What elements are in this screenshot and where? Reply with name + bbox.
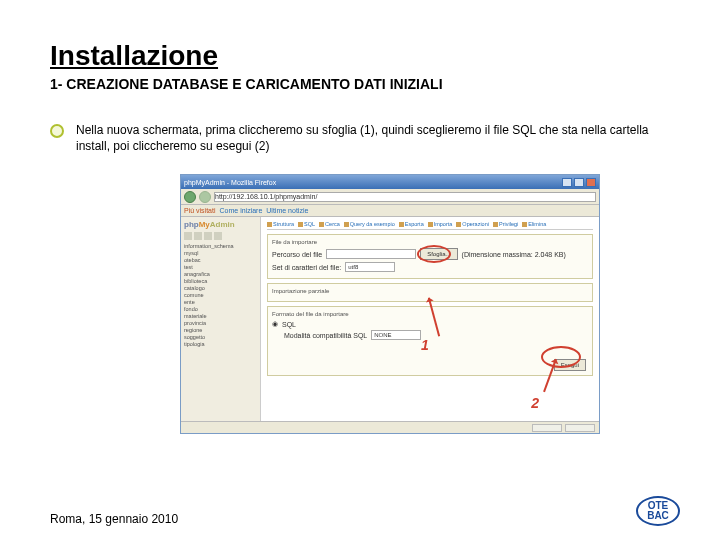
list-item[interactable]: anagrafica (184, 271, 257, 277)
tab-operazioni[interactable]: Operazioni (456, 221, 489, 227)
bookmark-item[interactable]: Ultime notizie (266, 207, 308, 214)
close-icon[interactable] (586, 178, 596, 187)
tab-query[interactable]: Query da esempio (344, 221, 395, 227)
import-fieldset: File da importare Percorso del file Sfog… (267, 234, 593, 279)
minimize-icon[interactable] (562, 178, 572, 187)
sql-opts-label: Modalità compatibilità SQL (284, 332, 367, 339)
window-title-text: phpMyAdmin - Mozilla Firefox (184, 179, 276, 186)
help-icon[interactable] (204, 232, 212, 240)
list-item[interactable]: materiale (184, 313, 257, 319)
list-item[interactable]: ente (184, 299, 257, 305)
tab-elimina[interactable]: Elimina (522, 221, 546, 227)
database-list: information_schema mysql otebac test ana… (184, 243, 257, 347)
list-item[interactable]: test (184, 264, 257, 270)
file-label: Percorso del file (272, 251, 322, 258)
sfoglia-button[interactable]: Sfoglia... (420, 248, 457, 260)
tab-struttura[interactable]: Struttura (267, 221, 294, 227)
phpmyadmin-logo: phpMyAdmin (184, 220, 257, 229)
list-item[interactable]: provincia (184, 320, 257, 326)
forward-icon[interactable] (199, 191, 211, 203)
list-item[interactable]: comune (184, 292, 257, 298)
list-item[interactable]: fondo (184, 306, 257, 312)
charset-label: Set di caratteri del file: (272, 264, 341, 271)
list-item[interactable]: tipologia (184, 341, 257, 347)
bullet-item: Nella nuova schermata, prima cliccheremo… (50, 122, 680, 154)
browser-toolbar: http://192.168.10.1/phpmyadmin/ (181, 189, 599, 205)
pma-sidebar: phpMyAdmin information_schema mysql oteb… (181, 217, 261, 421)
window-buttons (562, 178, 596, 187)
sql-radio-label: SQL (282, 321, 296, 328)
tab-cerca[interactable]: Cerca (319, 221, 340, 227)
bookmark-item[interactable]: Più visitati (184, 207, 216, 214)
list-item[interactable]: mysql (184, 250, 257, 256)
address-bar[interactable]: http://192.168.10.1/phpmyadmin/ (214, 192, 596, 202)
slide-subtitle: 1- CREAZIONE DATABASE E CARICAMENTO DATI… (50, 76, 680, 92)
window-titlebar: phpMyAdmin - Mozilla Firefox (181, 175, 599, 189)
slide-footer: Roma, 15 gennaio 2010 OTE BAC (50, 496, 680, 526)
sql-icon[interactable] (194, 232, 202, 240)
status-segment (532, 424, 562, 432)
pma-main: Struttura SQL Cerca Query da esempio Esp… (261, 217, 599, 421)
format-legend: Formato del file da importare (272, 311, 588, 317)
max-size-label: (Dimensione massima: 2.048 KB) (462, 251, 566, 258)
sql-mode-select[interactable]: NONE (371, 330, 421, 340)
list-item[interactable]: biblioteca (184, 278, 257, 284)
body-text: Nella nuova schermata, prima cliccheremo… (76, 122, 680, 154)
sql-radio[interactable]: ◉ (272, 320, 278, 328)
import-legend: File da importare (272, 239, 588, 245)
sidebar-icons (184, 232, 257, 240)
annotation-number-1: 1 (421, 337, 429, 353)
bookmark-item[interactable]: Come iniziare (220, 207, 263, 214)
bookmark-bar: Più visitati Come iniziare Ultime notizi… (181, 205, 599, 217)
footer-date: Roma, 15 gennaio 2010 (50, 512, 178, 526)
back-icon[interactable] (184, 191, 196, 203)
tab-bar: Struttura SQL Cerca Query da esempio Esp… (267, 221, 593, 230)
charset-select[interactable]: utf8 (345, 262, 395, 272)
list-item[interactable]: regione (184, 327, 257, 333)
annotation-number-2: 2 (531, 395, 539, 411)
list-item[interactable]: catalogo (184, 285, 257, 291)
tab-sql[interactable]: SQL (298, 221, 315, 227)
home-icon[interactable] (184, 232, 192, 240)
logout-icon[interactable] (214, 232, 222, 240)
maximize-icon[interactable] (574, 178, 584, 187)
tab-esporta[interactable]: Esporta (399, 221, 424, 227)
tab-importa[interactable]: Importa (428, 221, 453, 227)
otebac-logo: OTE BAC (636, 496, 680, 526)
list-item[interactable]: soggetto (184, 334, 257, 340)
list-item[interactable]: information_schema (184, 243, 257, 249)
list-item[interactable]: otebac (184, 257, 257, 263)
slide-title: Installazione (50, 40, 680, 72)
embedded-screenshot: phpMyAdmin - Mozilla Firefox http://192.… (180, 174, 600, 434)
format-fieldset: Formato del file da importare ◉ SQL Moda… (267, 306, 593, 376)
browser-statusbar (181, 421, 599, 433)
status-segment (565, 424, 595, 432)
bullet-icon (50, 124, 64, 138)
file-input[interactable] (326, 249, 416, 259)
tab-privilegi[interactable]: Privilegi (493, 221, 518, 227)
